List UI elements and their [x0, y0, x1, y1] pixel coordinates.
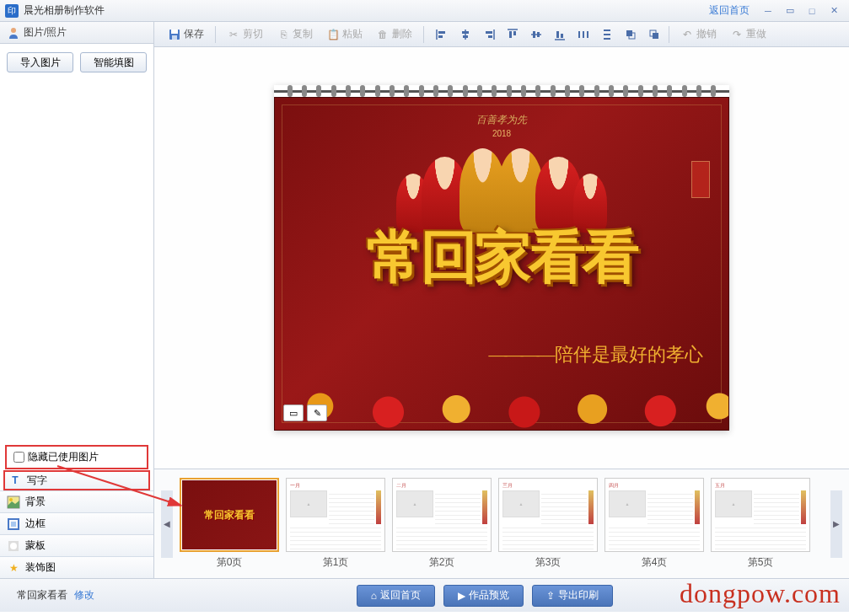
home-link[interactable]: 返回首页 [709, 3, 750, 18]
calendar-page[interactable]: 百善孝为先 2018 常回家看看 陪伴是最好的孝心 ▭ ✎ [274, 85, 729, 431]
thumb-label: 第0页 [217, 555, 243, 570]
person-icon [7, 26, 20, 40]
preview-icon: ▶ [458, 590, 465, 602]
right-panel: 保存 ✂ 剪切 ⎘ 复制 📋 粘贴 🗑 删除 [154, 22, 849, 578]
copy-button[interactable]: ⎘ 复制 [271, 24, 318, 44]
bottom-actions: ⌂ 返回首页 ▶ 作品预览 ⇪ 导出印刷 [357, 585, 613, 607]
canvas-tool-2[interactable]: ✎ [307, 404, 327, 421]
tab-label: 装饰图 [25, 560, 56, 575]
send-backward-button[interactable] [646, 26, 663, 43]
svg-rect-33 [604, 38, 610, 40]
svg-rect-27 [561, 34, 563, 38]
align-tools [433, 26, 663, 43]
distribute-v-button[interactable] [599, 26, 615, 43]
watermark: dongpow.com [680, 578, 841, 609]
redo-label: 重做 [746, 27, 766, 41]
thumb-nav-next[interactable]: ▶ [830, 490, 842, 558]
copy-icon: ⎘ [277, 28, 290, 41]
distribute-h-button[interactable] [575, 26, 592, 43]
app-title: 晨光相册制作软件 [24, 3, 709, 18]
copy-label: 复制 [293, 27, 313, 41]
project-edit-link[interactable]: 修改 [74, 588, 94, 603]
align-bottom-button[interactable] [551, 26, 568, 43]
minimize-button[interactable]: ─ [758, 4, 778, 18]
svg-rect-17 [486, 31, 492, 34]
hide-used-label[interactable]: 隐藏已使用图片 [13, 450, 140, 464]
export-btn-label: 导出印刷 [558, 588, 599, 603]
bring-forward-button[interactable] [622, 26, 639, 43]
sidebar-tab-background[interactable]: 背景 [0, 490, 153, 512]
export-button[interactable]: ⇪ 导出印刷 [532, 585, 613, 607]
side-tabs: T 写字 背景 边框 蒙板 ★ [0, 471, 153, 578]
app-icon: 印 [5, 4, 19, 18]
thumbnail-page-5[interactable]: 五月▲ [711, 478, 810, 552]
redo-icon: ↷ [730, 28, 744, 41]
thumbnail-page-1[interactable]: 一月▲ [286, 478, 385, 552]
delete-button[interactable]: 🗑 删除 [371, 24, 417, 44]
delete-label: 删除 [392, 27, 412, 41]
background-icon [7, 495, 20, 509]
save-button[interactable]: 保存 [163, 24, 209, 44]
thumbnail-page-0[interactable]: 常回家看看 [180, 478, 279, 552]
sidebar-tab-border[interactable]: 边框 [0, 512, 153, 534]
redo-button[interactable]: ↷ 重做 [725, 24, 771, 44]
thumbnail-page-2[interactable]: 二月▲ [392, 478, 492, 552]
sidebar-tab-text[interactable]: T 写字 [3, 470, 150, 490]
titlebar: 印 晨光相册制作软件 返回首页 ─ ▭ □ ✕ [0, 0, 849, 22]
thumb-nav-prev[interactable]: ◀ [161, 490, 173, 558]
tab-label: 背景 [25, 495, 46, 509]
spiral-binding [274, 85, 729, 97]
svg-rect-14 [462, 31, 469, 34]
import-image-button[interactable]: 导入图片 [7, 52, 73, 72]
home-button[interactable]: ⌂ 返回首页 [357, 585, 435, 607]
preview-button[interactable]: ▶ 作品预览 [443, 585, 524, 607]
project-name: 常回家看看 [17, 588, 67, 603]
svg-rect-28 [578, 31, 580, 38]
thumbnail-item: 二月▲ 第2页 [392, 478, 492, 570]
sidebar-tab-mask[interactable]: 蒙板 [0, 534, 153, 556]
thumbnail-page-3[interactable]: 三月▲ [498, 478, 598, 552]
svg-rect-23 [533, 31, 535, 38]
border-icon [7, 517, 20, 531]
thumbnails: 常回家看看 第0页 一月▲ 第1页 二月▲ 第2页 [180, 478, 824, 570]
maximize-button[interactable]: □ [802, 4, 822, 18]
restore-button[interactable]: ▭ [780, 4, 800, 18]
cut-button[interactable]: ✂ 剪切 [222, 24, 268, 44]
close-button[interactable]: ✕ [824, 4, 844, 18]
calendar-body: 百善孝为先 2018 常回家看看 陪伴是最好的孝心 ▭ ✎ [274, 97, 729, 431]
paste-button[interactable]: 📋 粘贴 [321, 24, 368, 44]
home-icon: ⌂ [371, 590, 377, 602]
undo-button[interactable]: ↶ 撤销 [675, 24, 722, 44]
home-btn-label: 返回首页 [380, 588, 421, 603]
thumb-label: 第1页 [323, 555, 349, 570]
align-center-v-button[interactable] [528, 26, 545, 43]
align-top-button[interactable] [504, 26, 521, 43]
thumb-label: 第4页 [642, 555, 668, 570]
hide-used-checkbox[interactable] [13, 452, 24, 463]
align-left-button[interactable] [433, 26, 450, 43]
thumbnail-strip: ◀ 常回家看看 第0页 一月▲ 第1页 二月▲ [154, 469, 849, 578]
sidebar-tab-decoration[interactable]: ★ 装饰图 [0, 556, 153, 578]
star-icon: ★ [7, 561, 20, 575]
smart-fill-button[interactable]: 智能填图 [80, 52, 147, 72]
export-icon: ⇪ [546, 590, 555, 602]
svg-rect-30 [587, 31, 588, 38]
svg-rect-31 [604, 29, 610, 31]
calendar-seal [691, 161, 710, 198]
align-right-button[interactable] [481, 26, 497, 43]
thumbnail-item: 一月▲ 第1页 [286, 478, 385, 570]
delete-icon: 🗑 [376, 28, 390, 41]
thumbnail-page-4[interactable]: 四月▲ [605, 478, 704, 552]
svg-point-0 [11, 28, 16, 33]
thumbnail-item: 五月▲ 第5页 [711, 478, 810, 570]
sidebar-buttons: 导入图片 智能填图 [0, 44, 153, 81]
canvas-tool-1[interactable]: ▭ [283, 404, 304, 421]
sidebar: 图片/照片 导入图片 智能填图 隐藏已使用图片 T 写字 背景 [0, 22, 154, 578]
canvas-area[interactable]: 百善孝为先 2018 常回家看看 陪伴是最好的孝心 ▭ ✎ [154, 47, 849, 469]
svg-rect-11 [438, 31, 445, 34]
undo-label: 撤销 [696, 27, 717, 41]
svg-rect-26 [556, 31, 559, 38]
svg-rect-18 [488, 35, 492, 38]
align-center-h-button[interactable] [457, 26, 474, 43]
sidebar-header-label: 图片/照片 [24, 25, 67, 40]
